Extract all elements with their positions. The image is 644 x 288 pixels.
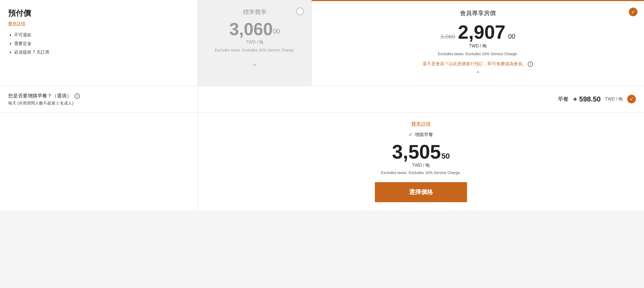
prepay-title: 預付價 (8, 8, 189, 18)
standard-rate-label: 標準費率 (203, 8, 306, 16)
breakfast-label: 早餐 (558, 96, 569, 103)
standard-price-main: 3,060 (229, 19, 273, 39)
total-price-main: 3,505 (392, 142, 441, 162)
breakfast-question-text: 您是否要增購早餐？（選填） i (8, 93, 189, 99)
member-discounted-price: 2,907 (458, 23, 505, 42)
prepay-conditions: 不可退款 需要定金 必須提前 7 天訂房 (8, 31, 189, 57)
prepay-column: 預付價 費率詳情 不可退款 需要定金 必須提前 7 天訂房 (0, 0, 198, 86)
member-promo-text: 還不是會員？以此房價進行預訂，即可免費成為會員。 i (320, 60, 636, 67)
member-price-note: Excludes taxes. Excludes 10% Service Cha… (320, 52, 636, 56)
breakfast-section: 您是否要增購早餐？（選填） i 每天 (共用房間人數不超過 2 名成人) 早餐 … (0, 86, 644, 113)
member-price-decimal: 00 (508, 33, 516, 40)
condition-item-2: 需要定金 (14, 39, 189, 48)
breakfast-included-label: 增購早餐 (415, 132, 433, 138)
member-original-price: 3,060 (440, 33, 455, 40)
breakfast-included-indicator: ✓ 增購早餐 (209, 132, 633, 138)
total-price-note: Excludes taxes. Excludes 10% Service Cha… (209, 170, 633, 176)
breakfast-price-column: 早餐 + 598.50 TWD / 晚 ✓ (198, 86, 644, 112)
breakfast-question-column: 您是否要增購早餐？（選填） i 每天 (共用房間人數不超過 2 名成人) (0, 86, 198, 112)
page-wrapper: 預付價 費率詳情 不可退款 需要定金 必須提前 7 天訂房 標準費率 3,060… (0, 0, 644, 210)
member-rate-check-icon: ✓ (629, 8, 637, 16)
select-price-button[interactable]: 選擇價格 (375, 182, 467, 202)
breakfast-info-icon[interactable]: i (75, 93, 80, 99)
standard-price-note: Excludes taxes. Excludes 10% Service Cha… (203, 48, 306, 52)
rate-detail-link-bottom[interactable]: 費率詳情 (411, 121, 431, 127)
standard-price-display: 3,06000 (203, 21, 306, 38)
breakfast-unit: TWD / 晚 (605, 96, 623, 102)
top-section: 預付價 費率詳情 不可退款 需要定金 必須提前 7 天訂房 標準費率 3,060… (0, 0, 644, 86)
chevron-down-icon[interactable]: ⌄ (203, 59, 306, 68)
breakfast-sub-text: 每天 (共用房間人數不超過 2 名成人) (8, 101, 189, 106)
member-price-row: 3,060 2,90700 (320, 23, 636, 42)
standard-price-unit: TWD / 晚 (203, 40, 306, 45)
chevron-up-icon[interactable]: ⌃ (320, 70, 636, 78)
breakfast-price: + 598.50 (573, 95, 601, 103)
bottom-right-column: 費率詳情 ✓ 增購早餐 3,50550 TWD / 晚 Excludes tax… (198, 113, 644, 210)
standard-rate-column: 標準費率 3,06000 TWD / 晚 Excludes taxes. Exc… (198, 0, 312, 86)
breakfast-check-icon[interactable]: ✓ (627, 95, 636, 103)
member-rate-column: ✓ 會員專享房價 3,060 2,90700 TWD / 晚 Excludes … (312, 0, 644, 86)
bottom-section: 費率詳情 ✓ 增購早餐 3,50550 TWD / 晚 Excludes tax… (0, 113, 644, 210)
condition-item-1: 不可退款 (14, 31, 189, 39)
checkmark-icon: ✓ (409, 132, 413, 138)
standard-rate-radio[interactable] (296, 8, 304, 15)
total-price-unit: TWD / 晚 (209, 163, 633, 168)
condition-item-3: 必須提前 7 天訂房 (14, 48, 189, 57)
member-price-unit: TWD / 晚 (320, 43, 636, 49)
standard-price-decimal: 00 (273, 28, 280, 35)
bottom-left-column (0, 113, 198, 210)
rate-detail-link-top[interactable]: 費率詳情 (8, 21, 25, 27)
promo-info-icon[interactable]: i (528, 61, 533, 67)
total-price-decimal: 50 (442, 152, 450, 161)
member-rate-title: 會員專享房價 (320, 9, 636, 17)
total-price-row: 3,50550 (209, 142, 633, 162)
